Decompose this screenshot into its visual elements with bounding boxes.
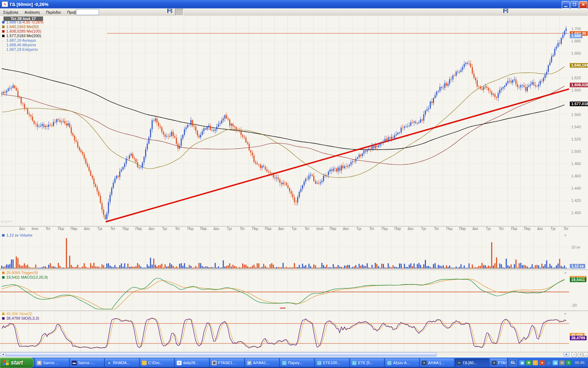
dashes-tool-icon[interactable]: [199, 9, 206, 15]
chart-tool-icon[interactable]: [206, 9, 214, 15]
display-icon[interactable]: ▤: [553, 360, 558, 365]
status-icon[interactable]: ●: [539, 360, 545, 365]
price-legend-row: 1.687,18 Ελάχιστο: [1, 47, 38, 52]
taskbar-button-12[interactable]: ≈ΓΔ [60...: [455, 359, 489, 367]
day-label: Παρ: [459, 227, 466, 231]
close-pane-icon[interactable]: ×: [564, 233, 566, 237]
save-tool-icon[interactable]: [550, 9, 557, 15]
crosshair-tool-icon[interactable]: [175, 9, 183, 16]
price-badge: 1.577,018: [570, 102, 588, 106]
dashes-tool-icon[interactable]: [534, 9, 542, 15]
close-pane-icon[interactable]: ×: [564, 312, 566, 316]
day-label: Δευ: [149, 227, 155, 231]
macd-pane: 20,9069 Trigger(9)19,5411 MACD(12,26,9)-…: [0, 270, 588, 310]
day-label: Δευ: [84, 227, 90, 231]
day-label: Πεμ: [382, 227, 387, 231]
scrollbar-thumb[interactable]: [6, 352, 437, 356]
network-icon[interactable]: ▣: [519, 360, 525, 365]
antivirus-icon[interactable]: ✚: [526, 360, 531, 365]
chart-tool-icon[interactable]: [542, 9, 550, 15]
volume-badge: 1,12 εκ: [570, 264, 585, 268]
title-bar: ∿ ΓΔ [60min] -0,26% ▁ ❐ ✕: [0, 0, 588, 8]
day-label: Τρι: [292, 227, 296, 231]
start-button[interactable]: start: [0, 357, 34, 368]
day-label: Τετ: [175, 227, 180, 231]
fit-width-button[interactable]: ↔: [583, 352, 588, 358]
taskbar: start ✳Sarros ...▬Sarros -...eRHADA...C:…: [0, 357, 588, 368]
symbol-input[interactable]: [76, 9, 99, 15]
day-label: Τετ: [240, 227, 244, 231]
chart-icon: ≈: [457, 361, 462, 365]
restore-button[interactable]: ❐: [570, 1, 579, 8]
day-label: Τρι: [227, 227, 232, 231]
price-axis-label: 1.560: [571, 113, 581, 117]
day-label: Τρι: [356, 227, 361, 231]
windows-flag-icon: [3, 360, 9, 366]
chart-icon: ≈: [492, 361, 497, 365]
system-tray: EL ▣✚!●♪▤✉↯ 05:45: [506, 357, 588, 368]
taskbar-clock[interactable]: 05:45: [575, 361, 584, 365]
selection-box-tool-icon[interactable]: [519, 9, 526, 15]
taskbar-button-9[interactable]: ▢ΕΤΕ [5...: [350, 359, 384, 367]
crosshair-tool-icon[interactable]: [511, 9, 519, 15]
close-button[interactable]: ✕: [579, 1, 587, 8]
price-axis-label: 1.600: [571, 88, 581, 92]
day-label: Τετ: [46, 227, 50, 231]
alert-icon[interactable]: !: [533, 360, 538, 365]
language-indicator[interactable]: EL: [510, 359, 517, 366]
day-label: Παρ: [394, 227, 401, 231]
menu-1[interactable]: Ανάλυση: [21, 9, 43, 15]
price-legend-row: 1.577,0183 Me(200): [1, 34, 41, 38]
stoch-badge: 38,4799: [570, 336, 587, 340]
chart-area: Τετ 28 Ιουλ 171.688 ΓΔ -4,35 -0,26%1.640…: [0, 16, 588, 352]
trendline-tool-icon[interactable]: [526, 9, 534, 15]
taskbar-button-4[interactable]: ≡daily28...: [175, 359, 209, 367]
messenger-icon[interactable]: ✉: [559, 360, 565, 365]
price-legend-row: 1.640,1943 Me(50): [1, 25, 39, 29]
price-axis-label: 1.440: [571, 186, 581, 190]
day-label: Πεμ: [446, 227, 452, 231]
folder-icon: [142, 361, 147, 365]
day-label: Τετ: [434, 227, 439, 231]
zoom-out-button[interactable]: −: [571, 352, 577, 358]
horizontal-scrollbar[interactable]: ◄ ►: [0, 352, 569, 356]
day-label: Τετ: [564, 227, 568, 231]
taskbar-button-6[interactable]: ◎ΑΛΦΑ1...: [245, 359, 279, 367]
save-tool-icon[interactable]: [214, 9, 222, 15]
menu-bar: ΣύμβολαΑνάλυσηΠερίοδοιΠροβολή: [0, 8, 588, 16]
close-pane-icon[interactable]: ×: [564, 271, 566, 275]
selection-box-tool-icon[interactable]: [183, 9, 191, 15]
taskbar-button-11[interactable]: ≈ΑΛΦΑ [...: [420, 359, 454, 367]
day-label: Δευ: [537, 227, 543, 231]
zoom-in-button[interactable]: +: [578, 352, 583, 358]
scroll-left-icon[interactable]: ◄: [0, 352, 6, 356]
price-badge: 1.640,194: [570, 63, 588, 68]
window-title: ΓΔ [60min] -0,26%: [10, 2, 48, 7]
pane-divider: [0, 311, 588, 311]
monitor-icon: ▢: [282, 361, 287, 365]
day-label: Παρ: [330, 227, 336, 231]
trendline-tool-icon[interactable]: [191, 9, 199, 15]
volume-icon[interactable]: ♪: [546, 360, 551, 365]
taskbar-button-0[interactable]: ✳Sarros ...: [35, 359, 69, 367]
taskbar-button-3[interactable]: C:\Doc...: [140, 359, 174, 367]
taskbar-button-1[interactable]: ▬Sarros -...: [70, 359, 104, 367]
scroll-right-icon[interactable]: ►: [564, 352, 569, 356]
taskbar-button-7[interactable]: ▢Παραγ...: [280, 359, 314, 367]
price-badge: 1.608,028: [570, 83, 588, 87]
monitor-icon: ▢: [387, 361, 392, 365]
taskbar-button-8[interactable]: ▢ΕΤΕ100...: [315, 359, 349, 367]
volume-axis-label: 10 εκ: [571, 245, 580, 249]
day-label: Ιουν: [32, 227, 38, 231]
update-icon[interactable]: ↯: [566, 360, 571, 365]
app-icon: ▥: [212, 361, 217, 365]
taskbar-button-2[interactable]: eRHADA...: [105, 359, 139, 367]
menu-0[interactable]: Σύμβολα: [0, 9, 21, 15]
day-label: Πεμ: [122, 227, 128, 231]
stoch-pane: 45,056 Slow(3)38,4799 StO(5,3,3)45,05638…: [0, 311, 588, 352]
menu-2[interactable]: Περίοδοι: [43, 9, 64, 15]
taskbar-button-10[interactable]: ▢Αξιών Α...: [385, 359, 419, 367]
internet-explorer-icon: e: [107, 361, 112, 365]
taskbar-button-5[interactable]: ▥FTASE1...: [210, 359, 244, 367]
minimize-button[interactable]: ▁: [562, 1, 570, 8]
